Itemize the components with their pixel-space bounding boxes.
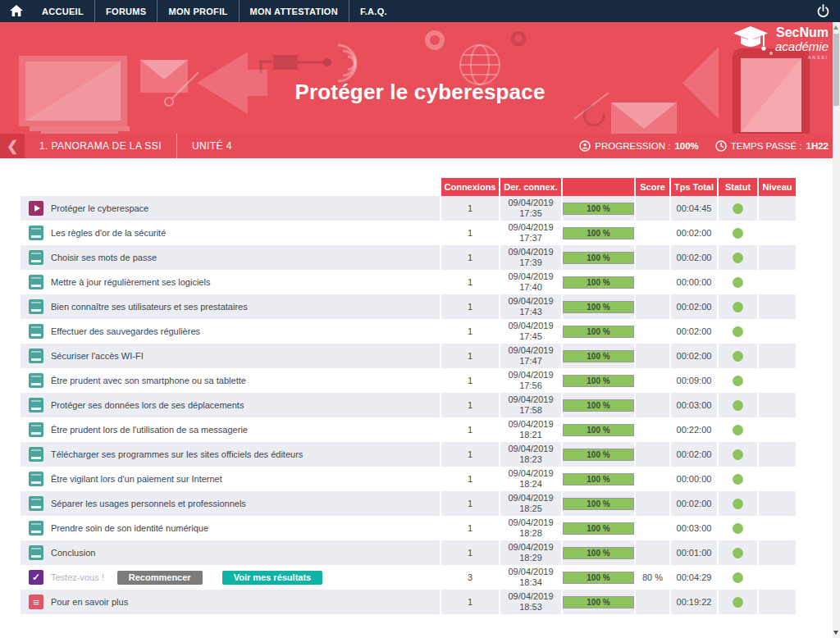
cell-connexions: 1	[441, 467, 500, 491]
cell-score	[636, 393, 671, 417]
cell-der-connex: 09/04/2019 18:34	[500, 565, 563, 590]
date-line: 09/04/2019	[508, 271, 553, 282]
cell-der-connex: 09/04/2019 17:58	[500, 393, 563, 417]
nav-items: ACCUEILFORUMSMON PROFILMON ATTESTATIONF.…	[31, 0, 398, 22]
progress-label: 100 %	[587, 278, 609, 287]
cell-statut	[719, 467, 759, 491]
header-progress	[563, 178, 636, 196]
cell-connexions: 3	[441, 565, 500, 590]
header-tps-total: Tps Total	[671, 178, 719, 196]
cell-niveau	[759, 590, 796, 614]
cell-der-connex: 09/04/2019 18:25	[500, 491, 563, 516]
table-row[interactable]: Conclusion 1 09/04/2019 18:29 100 % 00:0…	[21, 540, 796, 565]
cell-progress: 100 %	[563, 565, 636, 590]
book-icon	[29, 447, 43, 462]
cell-tps-total: 00:04:45	[671, 196, 719, 221]
lesson-title: Bien connaître ses utilisateurs et ses p…	[51, 302, 248, 312]
table-row[interactable]: Mettre à jour régulièrement ses logiciel…	[21, 270, 796, 294]
table-row[interactable]: Séparer les usages personnels et profess…	[21, 491, 796, 516]
time-line: 18:53	[519, 602, 542, 613]
cell-der-connex: 09/04/2019 18:29	[500, 540, 563, 565]
cell-statut	[719, 221, 759, 245]
date-line: 09/04/2019	[508, 345, 553, 356]
top-navigation-bar: ACCUEILFORUMSMON PROFILMON ATTESTATIONF.…	[0, 0, 840, 22]
cell-tps-total: 00:02:00	[671, 221, 719, 245]
cell-statut	[719, 196, 759, 221]
cell-niveau	[759, 196, 796, 221]
table-row[interactable]: Sécuriser l'accès WI-FI 1 09/04/2019 17:…	[21, 344, 796, 368]
lessons-table: Connexions Der. connex. Score Tps Total …	[21, 178, 796, 614]
nav-item-mon-profil[interactable]: MON PROFIL	[157, 0, 238, 22]
cell-niveau	[759, 417, 796, 442]
cell-score	[636, 221, 671, 245]
table-row[interactable]: Protéger le cyberespace 1 09/04/2019 17:…	[21, 196, 796, 221]
cell-connexions: 1	[441, 196, 500, 221]
cell-statut	[719, 294, 759, 319]
cell-statut	[719, 270, 759, 294]
table-row[interactable]: Pour en savoir plus 1 09/04/2019 18:53 1…	[21, 590, 796, 614]
nav-item-f-a-q[interactable]: F.A.Q.	[349, 0, 398, 22]
progress-bar: 100 %	[563, 301, 634, 313]
scrollbar-thumb[interactable]	[833, 34, 839, 106]
home-icon	[10, 5, 23, 17]
table-row[interactable]: Effectuer des sauvegardes régulières 1 0…	[21, 319, 796, 344]
lesson-cell: Sécuriser l'accès WI-FI	[21, 344, 441, 368]
lesson-title: Être vigilant lors d'un paiement sur Int…	[51, 474, 222, 484]
logo-text: SecNum académie ANSSI	[775, 26, 829, 60]
table-row[interactable]: Protéger ses données lors de ses déplace…	[21, 393, 796, 417]
table-row[interactable]: Choisir ses mots de passe 1 09/04/2019 1…	[21, 245, 796, 270]
time-line: 17:58	[519, 405, 542, 416]
logout-button[interactable]	[816, 4, 830, 18]
cell-progress: 100 %	[563, 590, 636, 614]
back-button[interactable]: ❮	[0, 134, 25, 158]
table-row[interactable]: Télécharger ses programmes sur les sites…	[21, 442, 796, 467]
results-button[interactable]: Voir mes résultats	[222, 571, 323, 585]
scroll-down-arrow[interactable]	[833, 631, 838, 635]
date-line: 09/04/2019	[508, 370, 553, 381]
cell-connexions: 1	[441, 393, 500, 417]
progression-icon	[579, 140, 591, 152]
cell-tps-total: 00:03:00	[671, 516, 719, 540]
course-metrics: PROGRESSION : 100% TEMPS PASSÉ : 1H22	[579, 140, 829, 152]
nav-item-mon-attestation[interactable]: MON ATTESTATION	[239, 0, 349, 22]
cell-der-connex: 09/04/2019 18:23	[500, 442, 563, 467]
cell-connexions: 1	[441, 245, 500, 270]
table-row[interactable]: Prendre soin de son identité numérique 1…	[21, 516, 796, 540]
logo-line2: académie	[775, 40, 829, 53]
cell-progress: 100 %	[563, 221, 636, 245]
home-button[interactable]	[0, 0, 31, 22]
scroll-up-arrow[interactable]	[833, 25, 838, 30]
table-row[interactable]: Les règles d'or de la sécurité 1 09/04/2…	[21, 221, 796, 245]
progress-bar: 100 %	[563, 276, 634, 289]
page-title: Protéger le cyberespace	[0, 80, 840, 105]
restart-button[interactable]: Recommencer	[117, 571, 203, 585]
cell-tps-total: 00:01:00	[671, 540, 719, 565]
vertical-scrollbar[interactable]	[833, 22, 840, 638]
cell-score	[636, 245, 671, 270]
cell-tps-total: 00:19:22	[671, 590, 719, 614]
nav-item-forums[interactable]: FORUMS	[94, 0, 157, 22]
nav-item-accueil[interactable]: ACCUEIL	[31, 0, 94, 22]
status-dot	[733, 548, 743, 558]
cell-der-connex: 09/04/2019 18:21	[500, 417, 563, 442]
cell-progress: 100 %	[563, 344, 636, 368]
cell-der-connex: 09/04/2019 17:39	[500, 245, 563, 270]
cell-tps-total: 00:22:00	[671, 417, 719, 442]
cell-progress: 100 %	[563, 196, 636, 221]
table-row[interactable]: Testez-vous ! Recommencer Voir mes résul…	[21, 565, 796, 590]
lesson-cell: Effectuer des sauvegardes régulières	[21, 319, 441, 344]
status-dot	[733, 449, 743, 460]
cell-statut	[719, 368, 759, 393]
date-line: 09/04/2019	[508, 591, 553, 602]
status-dot	[733, 400, 743, 411]
lesson-cell: Protéger le cyberespace	[21, 196, 441, 221]
table-row[interactable]: Être vigilant lors d'un paiement sur Int…	[21, 467, 796, 491]
cell-tps-total: 00:02:00	[671, 344, 719, 368]
module-subheader: ❮ 1. PANORAMA DE LA SSI UNITÉ 4 PROGRESS…	[0, 134, 840, 158]
progress-bar: 100 %	[563, 375, 634, 387]
table-row[interactable]: Être prudent lors de l'utilisation de sa…	[21, 417, 796, 442]
cell-tps-total: 00:02:00	[671, 245, 719, 270]
table-row[interactable]: Être prudent avec son smartphone ou sa t…	[21, 368, 796, 393]
cell-niveau	[759, 344, 796, 368]
table-row[interactable]: Bien connaître ses utilisateurs et ses p…	[21, 294, 796, 319]
